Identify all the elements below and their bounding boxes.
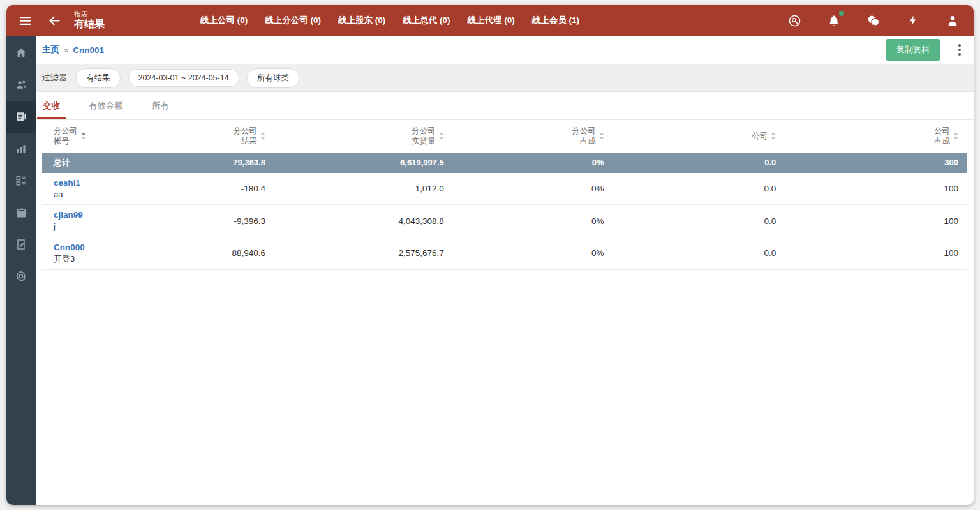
account-link[interactable]: cjian99 (54, 209, 154, 221)
total-label: 总计 (42, 153, 163, 173)
grid-list-icon (15, 174, 27, 187)
sort-icon[interactable] (260, 132, 265, 140)
tab-valid-amount[interactable]: 有效金额 (83, 92, 129, 119)
sidebar-item-modules[interactable] (6, 165, 36, 197)
page-title: 有结果 (74, 19, 105, 30)
notifications-bell-icon[interactable] (826, 12, 842, 29)
cell-volume: 2,575,676.7 (274, 237, 453, 270)
filter-chip-date-range[interactable]: 2024-03-01 ~ 2024-05-14 (128, 69, 239, 87)
table-row: ceshi1 aa -180.4 1,012.0 0% 0.0 100 (42, 173, 967, 205)
total-row: 总计 79,363.8 6,619,997.5 0% 0.0 300 (42, 153, 967, 173)
cell-result: -180.4 (163, 173, 274, 205)
total-result: 79,363.8 (163, 153, 274, 173)
sort-icon[interactable] (81, 132, 86, 140)
header-company[interactable]: 公司 (613, 120, 785, 153)
tab-settlement[interactable]: 交收 (37, 92, 66, 119)
account-name: j (54, 221, 154, 232)
report-document-icon (15, 110, 27, 123)
stat-online-shareholder: 线上股东 (0) (338, 15, 385, 26)
account-link[interactable]: Cnn000 (54, 242, 154, 253)
stat-online-member: 线上会员 (1) (532, 15, 579, 26)
cell-share: 0% (453, 173, 613, 205)
bar-chart-icon (15, 142, 27, 155)
stat-online-agent: 线上代理 (0) (468, 15, 515, 26)
cell-company-share: 100 (785, 205, 967, 237)
total-volume: 6,619,997.5 (274, 153, 453, 173)
account-name: aa (54, 189, 154, 200)
lightning-icon[interactable] (905, 12, 921, 29)
sidebar-item-users[interactable] (6, 69, 36, 101)
sidebar-item-home[interactable] (6, 37, 36, 69)
sidebar-item-logs[interactable] (6, 229, 36, 260)
cell-result: 88,940.6 (163, 237, 274, 270)
gear-icon (15, 270, 27, 283)
cell-company: 0.0 (613, 205, 785, 237)
breadcrumb-toolbar: 主页 » Cnn001 复制资料 (36, 36, 974, 64)
cell-volume: 1,012.0 (274, 173, 453, 205)
table-row: Cnn000 开登3 88,940.6 2,575,676.7 0% 0.0 1… (42, 237, 967, 270)
cell-share: 0% (453, 237, 613, 270)
filter-bar: 过滤器 有结果 2024-03-01 ~ 2024-05-14 所有球类 (36, 64, 974, 92)
sort-icon[interactable] (953, 132, 958, 140)
tab-all[interactable]: 所有 (146, 92, 175, 119)
tab-bar: 交收 有效金额 所有 (36, 92, 974, 120)
page-title-block: 报表 有结果 (74, 10, 105, 30)
total-share: 0% (453, 153, 613, 173)
stat-online-branch: 线上分公司 (0) (265, 15, 321, 26)
journal-edit-icon (15, 238, 27, 251)
account-link[interactable]: ceshi1 (54, 177, 154, 189)
filter-chip-result[interactable]: 有结果 (76, 68, 121, 88)
cell-company: 0.0 (613, 173, 785, 205)
cell-share: 0% (453, 205, 613, 237)
sidebar-item-tasks[interactable] (6, 197, 36, 229)
sort-icon[interactable] (771, 132, 776, 140)
results-table-container: 分公司帐号 分公司结果 (36, 120, 974, 270)
cell-result: -9,396.3 (163, 205, 274, 237)
total-company-share: 300 (785, 153, 967, 173)
cell-company-share: 100 (785, 173, 967, 205)
table-row: cjian99 j -9,396.3 4,043,308.8 0% 0.0 10… (42, 205, 967, 237)
messages-icon[interactable] (865, 12, 882, 29)
main-content: 主页 » Cnn001 复制资料 过滤器 有结果 2024-03-01 ~ 20… (36, 36, 974, 505)
sidebar-item-charts[interactable] (6, 133, 36, 165)
user-account-icon[interactable] (944, 12, 961, 29)
more-options-kebab-icon[interactable] (954, 41, 965, 58)
left-nav-sidebar (6, 36, 36, 505)
cell-company: 0.0 (613, 237, 785, 270)
sidebar-item-reports[interactable] (6, 101, 36, 133)
cell-company-share: 100 (785, 237, 967, 270)
back-arrow-icon[interactable] (46, 12, 63, 29)
total-company: 0.0 (613, 153, 785, 173)
header-company-share[interactable]: 公司占成 (785, 120, 967, 153)
account-name: 开登3 (54, 253, 154, 265)
header-branch-share[interactable]: 分公司占成 (453, 120, 613, 153)
hamburger-menu-icon[interactable] (17, 12, 33, 29)
sort-icon[interactable] (439, 132, 444, 140)
top-app-bar: 报表 有结果 线上公司 (0) 线上分公司 (0) 线上股东 (0) 线上总代 … (6, 5, 974, 36)
topbar-actions (786, 12, 961, 29)
breadcrumb-home-link[interactable]: 主页 (42, 44, 59, 56)
cell-volume: 4,043,308.8 (274, 205, 453, 237)
home-icon (15, 47, 27, 59)
app-window: 报表 有结果 线上公司 (0) 线上分公司 (0) 线上股东 (0) 线上总代 … (6, 5, 974, 505)
stat-online-master-agent: 线上总代 (0) (403, 15, 450, 26)
stat-online-company: 线上公司 (0) (200, 15, 248, 26)
header-branch-volume[interactable]: 分公司实货量 (274, 120, 453, 153)
copy-data-button[interactable]: 复制资料 (886, 39, 940, 61)
clipboard-icon (15, 206, 27, 219)
notification-dot (839, 11, 844, 16)
page-subtitle: 报表 (74, 10, 105, 19)
breadcrumb-separator: » (64, 45, 68, 55)
sidebar-item-settings[interactable] (6, 260, 36, 292)
search-icon[interactable] (786, 12, 803, 29)
filter-chip-ball-type[interactable]: 所有球类 (247, 68, 299, 88)
sort-icon[interactable] (599, 132, 604, 140)
filter-label: 过滤器 (42, 72, 67, 84)
online-stats: 线上公司 (0) 线上分公司 (0) 线上股东 (0) 线上总代 (0) 线上代… (200, 15, 579, 26)
header-branch-account[interactable]: 分公司帐号 (42, 120, 163, 153)
header-branch-result[interactable]: 分公司结果 (163, 120, 274, 153)
users-icon (15, 79, 28, 91)
results-table: 分公司帐号 分公司结果 (42, 120, 967, 270)
breadcrumb-current: Cnn001 (73, 45, 104, 55)
table-header-row: 分公司帐号 分公司结果 (42, 120, 967, 153)
